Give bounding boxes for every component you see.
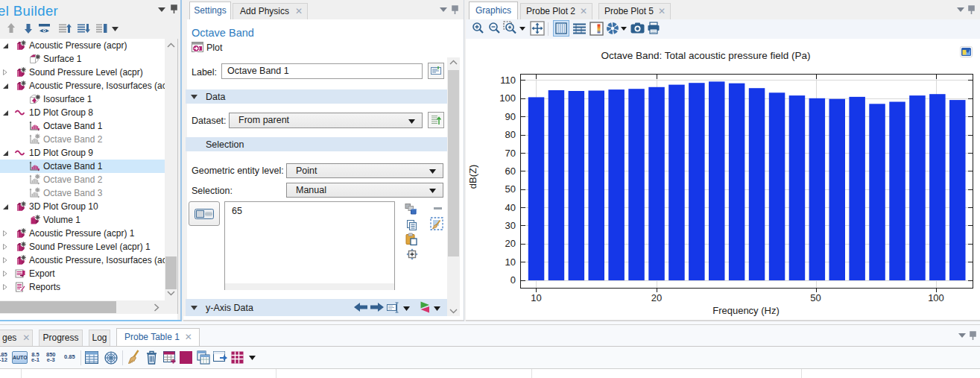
svg-text:Octave Band: Total acoustic pr: Octave Band: Total acoustic pressure fie…	[601, 50, 810, 61]
svg-text:90: 90	[505, 111, 516, 122]
svg-text:Frequency (Hz): Frequency (Hz)	[712, 305, 780, 316]
svg-text:80: 80	[505, 129, 516, 140]
svg-text:dB(Z): dB(Z)	[467, 165, 478, 189]
svg-text:40: 40	[505, 202, 516, 213]
svg-text:110: 110	[500, 75, 516, 86]
svg-text:60: 60	[505, 166, 516, 177]
svg-text:50: 50	[505, 183, 516, 195]
svg-text:0: 0	[510, 274, 516, 286]
svg-text:20: 20	[651, 292, 662, 303]
svg-text:70: 70	[505, 148, 516, 159]
svg-text:100: 100	[928, 292, 944, 303]
svg-text:30: 30	[505, 220, 516, 231]
svg-text:20: 20	[505, 238, 516, 249]
svg-text:100: 100	[499, 92, 516, 104]
svg-text:10: 10	[505, 256, 516, 268]
svg-text:10: 10	[531, 292, 541, 303]
svg-text:50: 50	[810, 292, 821, 303]
